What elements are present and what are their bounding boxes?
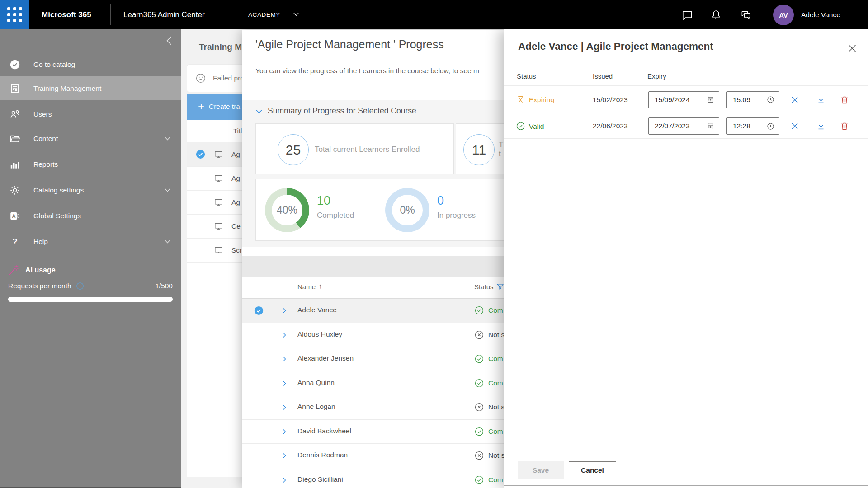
chevron-down-icon[interactable]	[164, 239, 171, 244]
sidebar-item-go-to-catalog[interactable]: Go to catalog	[0, 52, 181, 76]
chevron-down-icon[interactable]	[293, 12, 299, 17]
learner-row[interactable]: Anna Quinn Com	[242, 371, 504, 396]
expand-chevron-icon[interactable]	[279, 306, 289, 315]
learner-row[interactable]: Alexander Jensen Com	[242, 347, 504, 371]
download-certificate-icon[interactable]	[816, 95, 826, 105]
requests-per-month-row: Requests per month 1/500	[8, 280, 173, 292]
sidebar-item-label: Training Management	[33, 84, 101, 93]
learner-row[interactable]: Adele Vance Com	[242, 299, 504, 323]
issued-column-header: Issued	[593, 72, 613, 80]
tenant-selector[interactable]: ACADEMY	[248, 0, 280, 29]
selected-check-icon[interactable]	[195, 149, 206, 160]
learner-row[interactable]: Dennis Rodman Not s	[242, 444, 504, 468]
expiry-column-header: Expiry	[647, 72, 666, 80]
info-icon[interactable]	[75, 282, 85, 291]
avatar-initials: AV	[779, 11, 788, 19]
learner-row[interactable]: Aldous Huxley Not s	[242, 323, 504, 347]
calendar-icon[interactable]	[706, 95, 715, 104]
sidebar-item-training-management[interactable]: Training Management	[0, 76, 181, 100]
expiry-date-input[interactable]: 22/07/2023	[648, 117, 719, 135]
close-icon[interactable]	[846, 42, 858, 54]
expand-chevron-icon[interactable]	[279, 451, 289, 460]
expand-chevron-icon[interactable]	[279, 354, 289, 364]
training-row-label: Ag	[231, 174, 240, 183]
clear-expiry-icon[interactable]	[790, 121, 800, 131]
filter-funnel-icon[interactable]	[496, 282, 504, 291]
learner-status: Not s	[488, 331, 504, 339]
folder-icon	[9, 133, 21, 145]
admin-a-gear-icon: A	[9, 210, 21, 222]
ai-usage-label: AI usage	[25, 266, 56, 274]
stat-value-circle: 25	[278, 134, 309, 165]
delete-certificate-trash-icon[interactable]	[840, 95, 849, 105]
app-launcher-button[interactable]	[0, 0, 29, 29]
chevron-down-icon[interactable]	[164, 136, 171, 141]
sidebar: Go to catalog Training Management Users	[0, 29, 181, 488]
expand-chevron-icon[interactable]	[279, 330, 289, 340]
sidebar-item-reports[interactable]: Reports	[0, 152, 181, 176]
sidebar-item-content[interactable]: Content	[0, 127, 181, 150]
feedback-bubbles-icon[interactable]	[740, 9, 752, 21]
avatar[interactable]: AV	[773, 5, 794, 25]
collapse-sidebar-chevron-icon[interactable]	[164, 35, 175, 47]
expiry-time-input[interactable]: 12:28	[726, 117, 779, 135]
sidebar-item-label: Users	[33, 110, 52, 118]
learner-name: Anna Quinn	[297, 379, 335, 387]
learner-row[interactable]: Anne Logan Not s	[242, 395, 504, 420]
sidebar-item-catalog-settings[interactable]: Catalog settings	[0, 178, 181, 202]
sidebar-item-users[interactable]: Users	[0, 102, 181, 126]
learner-name: Alexander Jensen	[297, 354, 354, 362]
selected-check-icon[interactable]	[254, 305, 264, 316]
expand-chevron-icon[interactable]	[279, 475, 289, 485]
course-monitor-icon	[213, 173, 224, 183]
clock-icon[interactable]	[766, 122, 775, 131]
collapse-summary-chevron-icon[interactable]	[255, 107, 264, 116]
cancel-button[interactable]: Cancel	[569, 461, 616, 479]
stat-label: T t	[499, 124, 503, 175]
donut-card-completed: 40% 10 Completed	[255, 179, 376, 241]
training-document-icon	[9, 83, 21, 94]
status-column-header[interactable]: Status	[474, 283, 494, 291]
sidebar-item-global-settings[interactable]: A Global Settings	[0, 204, 181, 228]
delete-certificate-trash-icon[interactable]	[840, 121, 849, 131]
expand-chevron-icon[interactable]	[279, 379, 289, 388]
stat-card-enrolled: 25 Total current Learners Enrolled	[255, 123, 454, 174]
expand-chevron-icon[interactable]	[279, 403, 289, 412]
sort-ascending-icon[interactable]: ↑	[319, 282, 322, 290]
not-started-x-circle-icon	[474, 330, 484, 340]
expiry-time-input[interactable]: 15:09	[726, 91, 779, 108]
expiry-date-value: 22/07/2023	[655, 122, 690, 130]
chat-icon[interactable]	[681, 9, 693, 21]
divider	[504, 138, 868, 139]
course-monitor-icon	[213, 245, 224, 255]
expiry-date-input[interactable]: 15/09/2024	[648, 91, 719, 108]
stat-card-secondary: 11 T t	[456, 123, 504, 174]
sidebar-item-ai-usage[interactable]: AI usage	[0, 261, 181, 279]
download-certificate-icon[interactable]	[816, 121, 826, 131]
notifications-bell-icon[interactable]	[710, 9, 722, 21]
users-icon	[9, 108, 21, 120]
learner-row[interactable]: David Backwheel Com	[242, 420, 504, 444]
topbar-separator	[702, 0, 702, 29]
in-progress-donut-chart: 0%	[385, 188, 429, 232]
expiry-date-value: 15/09/2024	[655, 96, 690, 104]
donut-label: In progress	[437, 211, 476, 220]
expand-chevron-icon[interactable]	[279, 427, 289, 436]
summary-section-header[interactable]: Summary of Progress for Selected Course	[268, 106, 416, 116]
learner-status: Com	[488, 379, 503, 387]
clock-icon[interactable]	[766, 95, 775, 104]
calendar-icon[interactable]	[706, 122, 715, 131]
sidebar-item-help[interactable]: ? Help	[0, 230, 181, 253]
chevron-down-icon[interactable]	[164, 188, 171, 192]
clear-expiry-icon[interactable]	[790, 95, 800, 105]
name-column-header[interactable]: Name	[297, 283, 316, 291]
product-title: Microsoft 365	[42, 0, 91, 29]
course-monitor-icon	[213, 149, 224, 160]
learner-row[interactable]: Diego Sicilliani Com	[242, 468, 504, 488]
learner-name: Diego Sicilliani	[297, 475, 343, 483]
save-button[interactable]: Save	[518, 461, 564, 479]
question-mark-icon: ?	[9, 236, 21, 248]
expiry-time-value: 12:28	[733, 122, 750, 130]
sidebar-item-label: Reports	[33, 160, 58, 169]
certificate-row: Valid 22/06/2023 22/07/2023 12:28	[504, 114, 868, 138]
